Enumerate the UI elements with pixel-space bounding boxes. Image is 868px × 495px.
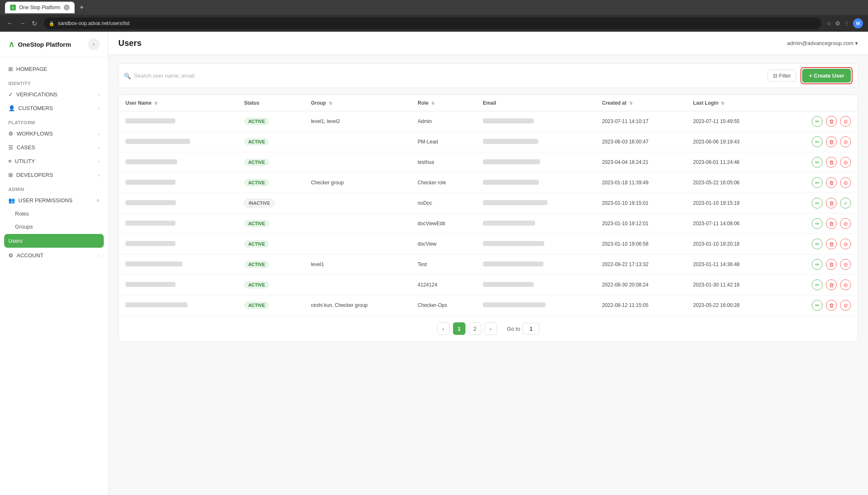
sidebar-label-customers: CUSTOMERS — [18, 105, 53, 111]
logo-text: OneStop Platform — [18, 41, 71, 48]
delete-button[interactable]: 🗑 — [826, 218, 837, 229]
reload-button[interactable]: ↻ — [30, 18, 39, 29]
edit-button[interactable]: ✏ — [812, 198, 823, 209]
cell-group: level1 — [304, 254, 411, 275]
delete-button[interactable]: 🗑 — [826, 177, 837, 188]
filter-button[interactable]: ⊟ Filter — [768, 70, 797, 82]
block-button[interactable]: ⊘ — [840, 157, 851, 168]
edit-button[interactable]: ✏ — [812, 279, 823, 290]
user-email: admin@advancegroup.com — [787, 40, 853, 46]
cell-username — [119, 111, 238, 132]
cell-last-login: 2023-01-30 11:42:18 — [686, 275, 778, 295]
edit-button[interactable]: ✏ — [812, 300, 823, 311]
username-blurred — [125, 200, 176, 205]
cell-email — [476, 111, 595, 132]
block-button[interactable]: ⊘ — [840, 300, 851, 311]
delete-button[interactable]: 🗑 — [826, 279, 837, 290]
block-button[interactable]: ⊘ — [840, 259, 851, 270]
sidebar-label-groups: Groups — [15, 224, 33, 230]
delete-button[interactable]: 🗑 — [826, 259, 837, 270]
cell-group — [304, 193, 411, 214]
unblock-button[interactable]: ✓ — [840, 198, 851, 209]
chevron-right-icon: › — [98, 92, 100, 97]
block-button[interactable]: ⊘ — [840, 116, 851, 127]
sidebar-item-verifications[interactable]: ✓ VERIFICATIONS › — [0, 88, 108, 101]
chevron-right-icon-developers: › — [98, 173, 100, 178]
status-badge: ACTIVE — [244, 281, 269, 289]
username-blurred — [125, 221, 175, 226]
new-tab-button[interactable]: + — [80, 3, 84, 12]
edit-button[interactable]: ✏ — [812, 116, 823, 127]
url-text: sandbox-oop.advai.net/users/list — [58, 20, 130, 26]
delete-button[interactable]: 🗑 — [826, 136, 837, 147]
cell-group: ceshi kun, Checker group — [304, 295, 411, 316]
delete-button[interactable]: 🗑 — [826, 300, 837, 311]
chevron-right-icon-customers: › — [98, 106, 100, 111]
search-input[interactable] — [134, 73, 763, 79]
sidebar-subitem-users[interactable]: Users — [4, 234, 104, 248]
prev-page-button[interactable]: ‹ — [437, 322, 450, 335]
back-button[interactable]: ← — [5, 18, 15, 29]
row-actions: ✏ 🗑 ⊘ — [784, 239, 851, 249]
email-blurred — [483, 118, 534, 123]
browser-avatar[interactable]: M — [853, 18, 863, 28]
url-bar[interactable]: 🔒 sandbox-oop.advai.net/users/list — [44, 18, 821, 29]
table-row: ACTIVE docView 2023-01-10 19:06:58 2023-… — [119, 234, 858, 254]
edit-button[interactable]: ✏ — [812, 218, 823, 229]
sidebar-item-user-permissions[interactable]: 👥 USER PERMISSIONS ∧ — [0, 193, 108, 207]
sidebar-item-workflows[interactable]: ⚙ WORKFLOWS › — [0, 127, 108, 141]
menu-icon[interactable]: ⋮ — [844, 20, 850, 27]
sidebar: ∧ OneStop Platform ‹ ⊞ HOMEPAGE Identity… — [0, 32, 108, 495]
goto-input[interactable] — [523, 323, 539, 334]
block-button[interactable]: ⊘ — [840, 136, 851, 147]
tab-close-button[interactable]: × — [64, 5, 70, 10]
sidebar-subitem-groups[interactable]: Groups — [0, 220, 108, 233]
workflows-icon: ⚙ — [8, 131, 13, 137]
toolbar: 🔍 ⊟ Filter + Create User — [118, 63, 858, 88]
create-user-button[interactable]: + Create User — [802, 69, 851, 83]
delete-button[interactable]: 🗑 — [826, 198, 837, 209]
edit-button[interactable]: ✏ — [812, 177, 823, 188]
delete-button[interactable]: 🗑 — [826, 157, 837, 168]
cell-last-login: 2023-01-10 19:20:18 — [686, 234, 778, 254]
block-button[interactable]: ⊘ — [840, 279, 851, 290]
forward-button[interactable]: → — [18, 18, 28, 29]
edit-button[interactable]: ✏ — [812, 239, 823, 249]
extensions-icon[interactable]: ⚙ — [835, 20, 840, 27]
sidebar-label-verifications: VERIFICATIONS — [16, 91, 58, 98]
toolbar-right: ⊟ Filter + Create User — [768, 67, 853, 84]
edit-button[interactable]: ✏ — [812, 157, 823, 168]
browser-favicon: ∧ — [10, 5, 16, 10]
delete-button[interactable]: 🗑 — [826, 116, 837, 127]
bookmark-icon[interactable]: ☆ — [826, 20, 832, 27]
sidebar-item-customers[interactable]: 👤 CUSTOMERS › — [0, 101, 108, 115]
email-blurred — [483, 139, 539, 144]
cell-last-login: 2023-05-22 16:00:28 — [686, 295, 778, 316]
cell-role: docView — [411, 234, 476, 254]
page-1-button[interactable]: 1 — [453, 322, 465, 335]
cell-status: ACTIVE — [238, 173, 305, 193]
delete-button[interactable]: 🗑 — [826, 239, 837, 249]
block-button[interactable]: ⊘ — [840, 218, 851, 229]
block-button[interactable]: ⊘ — [840, 177, 851, 188]
sidebar-item-utility[interactable]: ≡ UTILITY › — [0, 154, 108, 168]
cell-role: testhua — [411, 152, 476, 173]
sidebar-item-account[interactable]: ⚙ ACCOUNT › — [0, 249, 108, 262]
cell-role: 4124124 — [411, 275, 476, 295]
next-page-button[interactable]: › — [485, 322, 497, 335]
edit-button[interactable]: ✏ — [812, 259, 823, 270]
block-button[interactable]: ⊘ — [840, 239, 851, 249]
sidebar-subitem-roles[interactable]: Roles — [0, 207, 108, 220]
sidebar-item-developers[interactable]: ⊞ DEVELOPERS › — [0, 168, 108, 182]
browser-tab[interactable]: ∧ One Stop Platform × — [5, 2, 75, 13]
sidebar-item-homepage[interactable]: ⊞ HOMEPAGE — [0, 62, 108, 76]
username-blurred — [125, 118, 175, 123]
sidebar-logo: ∧ OneStop Platform — [8, 39, 71, 49]
email-blurred — [483, 159, 540, 164]
sidebar-collapse-button[interactable]: ‹ — [88, 38, 100, 50]
user-menu[interactable]: admin@advancegroup.com ▾ — [787, 40, 858, 46]
edit-button[interactable]: ✏ — [812, 136, 823, 147]
page-2-button[interactable]: 2 — [469, 322, 481, 335]
cell-email — [476, 254, 595, 275]
sidebar-item-cases[interactable]: ☰ CASES › — [0, 141, 108, 154]
